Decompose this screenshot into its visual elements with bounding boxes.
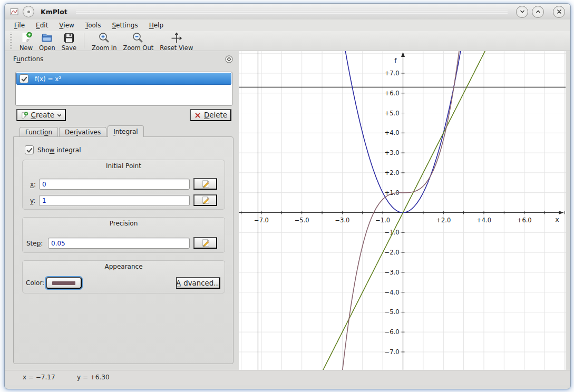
advanced-button[interactable]: Advanced... [176, 277, 220, 289]
close-icon [556, 8, 562, 15]
menubar: FileEditViewToolsSettingsHelp [5, 19, 570, 31]
maximize-button[interactable] [532, 6, 544, 18]
kmplot-app-icon [10, 7, 18, 16]
chevron-down-icon [57, 113, 62, 118]
toolbar-button-label: Open [39, 44, 55, 52]
color-swatch [52, 281, 75, 285]
y-tick-label: −7.0 [385, 348, 400, 356]
toolbar-button-new[interactable]: New [20, 32, 33, 52]
menu-item-help[interactable]: Help [149, 22, 163, 29]
toolbar-drag-handle[interactable] [10, 33, 12, 50]
initial-point-title: Initial Point [23, 162, 225, 170]
x-field[interactable] [39, 179, 190, 190]
pencil-icon [201, 195, 210, 205]
show-integral-checkbox[interactable] [25, 145, 34, 154]
initial-point-group: Initial Point x: y: [22, 160, 225, 210]
menu-item-edit[interactable]: Edit [36, 22, 48, 29]
toolbar-button-zoom-out[interactable]: Zoom Out [123, 32, 154, 52]
delete-button[interactable]: Delete [190, 109, 231, 121]
tab-function[interactable]: Function [20, 127, 58, 137]
open-folder-icon [41, 32, 53, 44]
x-field-label: x: [30, 181, 36, 188]
toolbar-separator [84, 33, 84, 48]
y-tick-label: +4.0 [385, 129, 400, 136]
plot-area[interactable]: −7.0−5.0−3.0−1.0+2.0+4.0+6.0−7.0−6.0−5.0… [239, 51, 566, 370]
toolbar-button-label: Save [62, 44, 76, 52]
minimize-button[interactable] [516, 6, 528, 18]
toolbar-button-label: Reset View [160, 44, 193, 52]
toolbar-button-label: New [20, 44, 33, 52]
precision-title: Precision [23, 220, 225, 227]
tab-bar: FunctionDerivativesIntegral [20, 126, 145, 137]
curve-f-x-x-3-1 [338, 51, 464, 370]
menu-item-settings[interactable]: Settings [112, 22, 138, 29]
menu-item-tools[interactable]: Tools [85, 22, 101, 29]
appearance-title: Appearance [23, 263, 225, 270]
step-field[interactable] [48, 238, 190, 249]
main-area: Functions f(x) = x² Create [5, 51, 570, 370]
pencil-icon [201, 238, 210, 248]
delete-x-icon [194, 112, 201, 119]
y-field[interactable] [39, 195, 190, 206]
x-tick-label: −3.0 [335, 217, 349, 224]
chevron-down-icon [519, 8, 526, 15]
checkmark-icon [26, 146, 33, 154]
toolbar-button-save[interactable]: Save [62, 32, 76, 52]
toolbar: NewOpenSaveZoom InZoom OutReset View [5, 31, 570, 51]
function-label: f(x) = x² [35, 75, 61, 83]
status-y-coordinate: y = +6.30 [77, 374, 110, 381]
function-visible-checkbox[interactable] [20, 74, 28, 83]
function-list-row[interactable]: f(x) = x² [16, 73, 231, 85]
status-x-coordinate: x = −7.17 [23, 374, 55, 381]
y-field-label: y: [30, 197, 35, 204]
integral-tab-panel: Show integral Initial Point x: y: Precis… [13, 136, 234, 364]
y-axis-name: f [394, 57, 397, 65]
y-tick-label: +7.0 [385, 70, 400, 77]
titlebar[interactable]: KmPlot [5, 4, 570, 19]
y-tick-label: +2.0 [385, 169, 400, 177]
reset-view-icon [170, 32, 183, 44]
window-title: KmPlot [41, 8, 67, 16]
create-button[interactable]: Create [16, 109, 66, 121]
function-list[interactable]: f(x) = x² [15, 72, 232, 106]
y-tick-label: +3.0 [385, 149, 400, 156]
precision-group: Precision Step: [22, 217, 225, 253]
toolbar-button-zoom-in[interactable]: Zoom In [92, 32, 117, 52]
desktop: KmPlot FileEditViewToolsSettingsHelp New… [0, 0, 574, 392]
step-edit-button[interactable] [193, 237, 217, 249]
color-button[interactable] [46, 277, 82, 289]
tab-integral[interactable]: Integral [108, 125, 143, 137]
save-icon [63, 32, 75, 44]
menu-item-view[interactable]: View [59, 22, 74, 29]
curve-f-x-2x [302, 51, 507, 370]
toolbar-button-open[interactable]: Open [39, 32, 55, 52]
chevron-up-icon [535, 8, 541, 15]
y-tick-label: −4.0 [385, 289, 400, 296]
window-menu-button[interactable] [23, 6, 34, 17]
menu-item-file[interactable]: File [14, 22, 25, 29]
tab-derivatives[interactable]: Derivatives [59, 127, 106, 137]
zoom-out-icon [132, 32, 144, 44]
y-tick-label: +6.0 [385, 90, 400, 97]
y-edit-button[interactable] [193, 194, 217, 206]
toolbar-button-label: Zoom Out [123, 44, 154, 52]
dock-float-icon[interactable] [225, 55, 234, 64]
y-tick-label: +5.0 [385, 110, 400, 117]
color-label: Color: [26, 279, 44, 287]
new-function-icon [21, 111, 28, 120]
close-button[interactable] [553, 6, 565, 18]
functions-dock: Functions f(x) = x² Create [11, 52, 238, 368]
show-integral-label: Show integral [37, 146, 81, 154]
toolbar-button-reset-view[interactable]: Reset View [160, 32, 193, 52]
zoom-in-icon [98, 32, 111, 44]
x-tick-label: +4.0 [476, 217, 491, 224]
y-tick-label: −2.0 [385, 249, 400, 256]
plot-canvas[interactable]: −7.0−5.0−3.0−1.0+2.0+4.0+6.0−7.0−6.0−5.0… [239, 51, 566, 370]
kmplot-window: KmPlot FileEditViewToolsSettingsHelp New… [4, 3, 571, 389]
show-integral-row: Show integral [25, 145, 81, 154]
x-tick-label: +6.0 [517, 217, 532, 224]
x-tick-label: +2.0 [436, 217, 451, 224]
statusbar: x = −7.17 y = +6.30 [5, 370, 570, 385]
y-axis-arrow [401, 52, 405, 57]
x-edit-button[interactable] [193, 178, 217, 190]
